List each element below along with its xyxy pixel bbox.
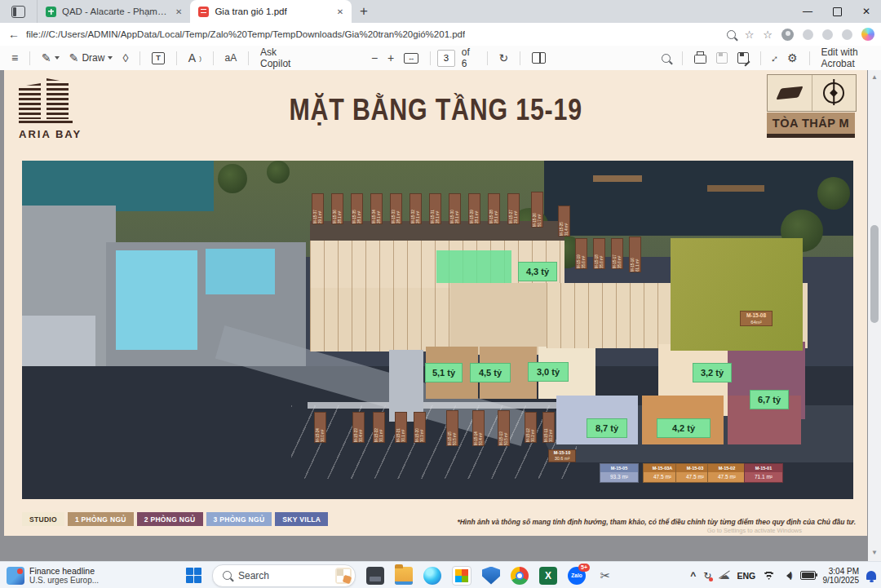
fullscreen-button[interactable]: ↕	[768, 48, 783, 68]
zoom-out-button[interactable]: −	[366, 48, 383, 68]
pdf-icon	[198, 7, 209, 17]
settings-gear-icon[interactable]: ⚙	[782, 48, 803, 68]
page-view-button[interactable]	[527, 48, 551, 68]
erase-button[interactable]: ◊	[117, 48, 133, 68]
favorite-star-icon[interactable]: ☆	[745, 29, 755, 41]
edge-browser-icon[interactable]	[423, 567, 441, 585]
rotate-button[interactable]: ↻	[494, 48, 514, 68]
window-controls: — ✕	[793, 0, 881, 23]
scroll-up-icon[interactable]: ▲	[868, 73, 881, 81]
unit-tag: M-15-0171.1 m²	[744, 463, 783, 483]
search-document-button[interactable]	[657, 48, 675, 68]
tab-label: QAD - Alacarte - Phạm Tùng MV...	[62, 7, 168, 16]
unit-tag: M-15-2729.1 m²	[507, 193, 520, 224]
new-tab-button[interactable]: +	[360, 3, 368, 20]
news-headline: Finance headline	[29, 567, 99, 576]
zoom-in-button[interactable]: +	[383, 48, 399, 68]
extension-icon[interactable]	[803, 29, 813, 40]
update-sync-icon[interactable]: ↻	[703, 570, 711, 581]
search-label: Search	[238, 570, 329, 581]
start-button[interactable]	[186, 568, 201, 583]
tab-actions-icon[interactable]	[11, 6, 25, 18]
url-text[interactable]: file:///C:/Users/ADMIN/AppData/Local/Tem…	[26, 29, 465, 39]
print-button[interactable]	[689, 48, 711, 68]
scroll-down-icon[interactable]: ▼	[868, 549, 881, 556]
unit-core	[450, 283, 547, 355]
onedrive-paused-icon[interactable]: ☁	[719, 569, 729, 581]
pdf-toolbar: ≡ ✎ ✎Draw ◊ T A) aA Ask Copilot − + ↔ 3 …	[0, 46, 881, 71]
wifi-icon[interactable]	[763, 571, 775, 580]
page-title: MẶT BẰNG TẦNG 15-19	[4, 93, 867, 127]
draw-button[interactable]: ✎Draw	[64, 48, 118, 68]
close-button[interactable]: ✕	[852, 0, 881, 23]
ask-copilot-button[interactable]: Ask Copilot	[255, 48, 303, 68]
disclaimer-text: *Hình ảnh và thông số mang tính định hướ…	[399, 518, 856, 526]
unit-tag: M-15-2330.4 m²	[352, 412, 365, 443]
price-label: 6,7 tỷ	[750, 390, 789, 409]
save-button[interactable]	[711, 48, 733, 68]
tab-pdf[interactable]: Gia tran gió 1.pdf ✕	[190, 0, 352, 23]
chevron-down-icon[interactable]	[55, 56, 60, 60]
page-number-input[interactable]: 3	[437, 50, 455, 67]
language-indicator[interactable]: ENG	[737, 571, 755, 581]
zoom-page-icon[interactable]	[727, 30, 736, 39]
desktop-app-icon[interactable]	[366, 567, 384, 585]
unit-tag: M-15-1230.2 m²	[525, 412, 537, 443]
snipping-tool-icon[interactable]: ✂	[596, 567, 614, 585]
browser-tab-strip: QAD - Alacarte - Phạm Tùng MV... ✕ Gia t…	[0, 0, 881, 23]
windows-security-icon[interactable]	[482, 567, 500, 585]
unit-tag: M-15-3428.1 m²	[370, 193, 383, 224]
highlight-button[interactable]: ✎	[37, 48, 64, 68]
legend-item: 1 PHÒNG NGỦ	[68, 512, 134, 526]
clock[interactable]: 3:04 PM 9/10/2025	[823, 567, 860, 585]
tab-close-icon[interactable]: ✕	[174, 7, 184, 16]
battery-icon[interactable]	[800, 571, 816, 580]
minimize-button[interactable]: —	[793, 0, 822, 23]
zalo-icon[interactable]: Zalo5+	[568, 567, 586, 585]
location-map-inset	[767, 74, 857, 112]
unit-tag: M-15-1661.1 m²	[629, 237, 641, 272]
spreadsheet-icon	[46, 7, 56, 17]
unit-tag: M-15-3628.1 m²	[331, 193, 343, 224]
price-label: 8,7 tỷ	[587, 418, 627, 438]
read-aloud-button[interactable]: A)	[184, 48, 206, 68]
volume-icon[interactable]: )	[782, 571, 792, 580]
translate-button[interactable]: aA	[220, 48, 242, 68]
search-icon	[223, 571, 232, 580]
unit-tag: M-15-2828.1 m²	[488, 193, 500, 224]
favorites-list-icon[interactable]: ☆	[763, 29, 773, 41]
edit-with-acrobat-button[interactable]: Edit with Acrobat	[816, 48, 881, 68]
copilot-icon[interactable]	[861, 28, 874, 41]
excel-icon[interactable]: X	[539, 567, 557, 585]
price-label: 3,0 tỷ	[528, 362, 569, 382]
tab-qad[interactable]: QAD - Alacarte - Phạm Tùng MV... ✕	[37, 0, 190, 23]
price-label: 4,3 tỷ	[518, 262, 557, 281]
time-label: 3:04 PM	[823, 567, 860, 576]
toc-button[interactable]: ≡	[7, 48, 23, 68]
save-as-button[interactable]	[733, 48, 754, 68]
vertical-scrollbar[interactable]: ▲ ▼	[868, 70, 881, 561]
tray-chevron-icon[interactable]: ^	[690, 570, 696, 581]
taskbar-search[interactable]: Search	[212, 564, 356, 587]
unit-tag: M-15-3028.1 m²	[449, 193, 461, 224]
unit-tag: M-15-2650.7 m²	[531, 192, 543, 228]
file-explorer-icon[interactable]	[395, 567, 413, 585]
fit-width-button[interactable]: ↔	[399, 48, 423, 68]
chrome-icon[interactable]	[511, 567, 529, 585]
back-icon[interactable]: ←	[8, 28, 20, 41]
tab-close-icon[interactable]: ✕	[335, 7, 345, 16]
notification-bell-icon[interactable]	[866, 571, 876, 580]
photos-app-icon[interactable]	[452, 566, 471, 586]
news-widget[interactable]: Finance headline U.S. urges Europ...	[7, 567, 99, 585]
unit-tag: M-15-1550.5 m²	[446, 410, 458, 446]
profile-avatar[interactable]	[781, 29, 794, 41]
add-text-button[interactable]: T	[147, 48, 170, 68]
scrollbar-thumb[interactable]	[870, 225, 879, 323]
maximize-button[interactable]	[822, 0, 852, 23]
unit-tag: M-15-1450.4 m²	[472, 410, 485, 446]
chevron-down-icon[interactable]	[108, 56, 113, 60]
brand-name: ARIA BAY	[19, 128, 92, 140]
extension-icon[interactable]	[822, 29, 833, 40]
extension-icon[interactable]	[842, 29, 852, 40]
unit-tag: M-15-2928.1 m²	[468, 193, 480, 224]
